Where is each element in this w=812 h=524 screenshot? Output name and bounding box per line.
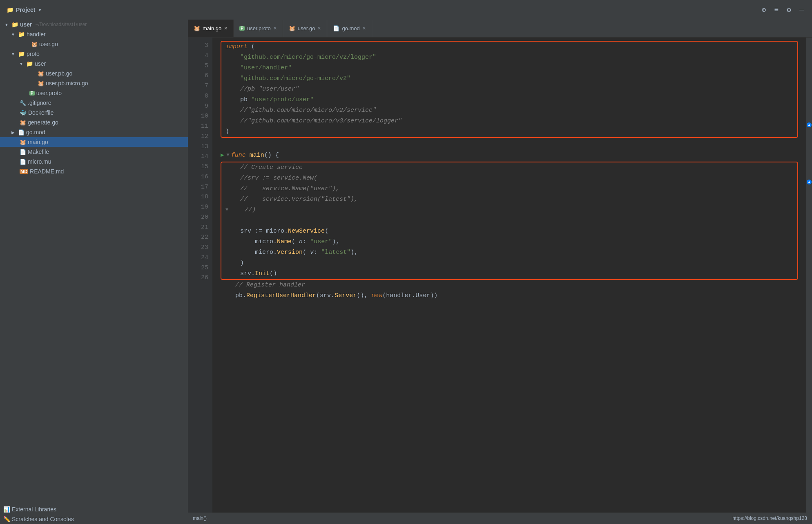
project-label: Project [16, 7, 35, 13]
top-bar-icons: ⊕ ≡ ⚙ — [762, 5, 812, 14]
sidebar-item-userpbmicro[interactable]: 🐹 user.pb.micro.go [0, 78, 188, 88]
spacer7 [11, 139, 18, 145]
git-icon: 🔧 [20, 100, 26, 106]
sidebar-item-gitignore[interactable]: 🔧 .gitignore [0, 98, 188, 108]
usergo-tab-close[interactable]: ✕ [317, 26, 321, 31]
dockerfile-label: Dockerfile [28, 109, 54, 116]
go-file-icon2: 🐹 [38, 71, 44, 77]
external-libraries-label: External Libraries [12, 506, 56, 513]
scratches-icon: ✏️ [3, 516, 10, 522]
sidebar-item-maingo[interactable]: 🐹 main.go [0, 137, 188, 147]
code-line-7: //pb "user/user" [225, 84, 793, 95]
folder-icon: 📁 [18, 51, 25, 57]
code-line-9: //"github.com/micro/micro/v2/service" [225, 105, 793, 116]
root-label: user [20, 21, 32, 28]
code-line-22: micro.Version( v: "latest"), [225, 247, 793, 258]
folder-icon: 📁 [18, 31, 25, 38]
gitignore-label: .gitignore [28, 100, 51, 106]
go-file-icon4: 🐹 [20, 120, 26, 126]
code-line-19 [225, 215, 793, 226]
sidebar-item-gomod[interactable]: ▶ 📄 go.mod [0, 127, 188, 137]
go-file-icon: 🐹 [31, 41, 38, 47]
minimize-icon[interactable]: — [799, 6, 804, 14]
code-line-4: "github.com/micro/go-micro/v2/logger" [225, 52, 793, 63]
code-line-12 [221, 140, 798, 150]
userpbgo-label: user.pb.go [46, 70, 72, 77]
sidebar-item-generatego[interactable]: 🐹 generate.go [0, 118, 188, 127]
code-line-10: //"github.com/micro/micro/v3/service/log… [225, 116, 793, 127]
folder-icon: 📁 [11, 21, 18, 28]
scroll-badge-1[interactable]: i [807, 122, 812, 127]
sidebar-item-readme[interactable]: MD README.md [0, 167, 188, 176]
globe-icon[interactable]: ⊕ [762, 5, 766, 14]
project-title: 📁 Project ▼ [0, 7, 188, 13]
sidebar-item-external-libraries[interactable]: 📊 External Libraries [0, 504, 188, 514]
userproto-label: user.proto [36, 90, 62, 96]
readme-label: README.md [30, 168, 64, 175]
sidebar-item-handler[interactable]: ▼ 📁 handler [0, 29, 188, 39]
filter-icon[interactable]: ≡ [774, 6, 779, 14]
proto-user-arrow: ▼ [18, 60, 25, 67]
userproto-tab-close[interactable]: ✕ [273, 26, 277, 31]
gomod-arrow: ▶ [10, 129, 16, 135]
handler-label: handler [27, 31, 46, 38]
settings-icon[interactable]: ⚙ [787, 5, 791, 14]
spacer6 [11, 119, 18, 126]
spacer [29, 70, 36, 77]
code-line-6: "github.com/micro/go-micro/v2" [225, 73, 793, 84]
code-line-16: // service.Name("user"), [225, 184, 793, 194]
sidebar-item-dockerfile[interactable]: 🐳 Dockerfile [0, 108, 188, 118]
top-bar: 📁 Project ▼ ⊕ ≡ ⚙ — [0, 0, 812, 20]
sidebar-item-makefile[interactable]: 📄 Makefile [0, 147, 188, 157]
spacer4 [11, 100, 18, 106]
sidebar-item-proto-user[interactable]: ▼ 📁 user [0, 59, 188, 69]
sidebar-item-userpbgo[interactable]: 🐹 user.pb.go [0, 69, 188, 78]
sidebar-item-proto[interactable]: ▼ 📁 proto [0, 49, 188, 59]
spacer9 [11, 158, 18, 165]
tab-maingo[interactable]: 🐹 main.go ✕ [188, 20, 234, 37]
gomod-tab-icon: 📄 [333, 25, 339, 31]
proto-arrow: ▼ [10, 51, 16, 57]
userproto-tab-label: user.proto [247, 25, 271, 31]
status-left: main() [193, 515, 207, 521]
docker-icon: 🐳 [20, 109, 27, 116]
scrollbar-track: i i [806, 38, 812, 513]
sidebar-item-usergo[interactable]: 🐹 user.go [0, 39, 188, 49]
code-line-23: ) [225, 258, 793, 269]
userpbmicro-label: user.pb.micro.go [46, 80, 88, 87]
maingo-tab-icon: 🐹 [194, 25, 200, 31]
md-icon: MD [20, 169, 28, 174]
sidebar-item-userproto[interactable]: P user.proto [0, 88, 188, 98]
status-bar: main() https://blog.csdn.net/kuangshp128 [188, 513, 812, 524]
spacer3 [21, 90, 28, 96]
code-editor[interactable]: import ( "github.com/micro/go-micro/v2/l… [212, 38, 806, 513]
sidebar-item-scratches[interactable]: ✏️ Scratches and Consoles [0, 514, 188, 524]
editor-area: 🐹 main.go ✕ P user.proto ✕ 🐹 user.go ✕ 📄… [188, 20, 812, 524]
go-file-icon3: 🐹 [38, 80, 44, 87]
code-line-15: //srv := service.New( [225, 173, 793, 184]
sidebar-root[interactable]: ▼ 📁 user ~/Downloads/test1/user [0, 20, 188, 29]
code-line-17: // service.Version("latest"), [225, 194, 793, 205]
proto-label: proto [27, 51, 40, 57]
gomod-label: go.mod [26, 129, 45, 135]
import-block: import ( "github.com/micro/go-micro/v2/l… [221, 41, 798, 138]
project-icon: 📁 [7, 7, 13, 13]
sidebar: ▼ 📁 user ~/Downloads/test1/user ▼ 📁 hand… [0, 20, 188, 524]
sidebar-item-micromu[interactable]: 📄 micro.mu [0, 157, 188, 167]
maingo-tab-label: main.go [203, 25, 221, 31]
handler-arrow: ▼ [10, 31, 16, 38]
tab-userproto[interactable]: P user.proto ✕ [234, 20, 283, 37]
func-block: // Create service //srv := service.New( … [221, 162, 798, 280]
project-chevron: ▼ [38, 8, 42, 12]
tab-gomod[interactable]: 📄 go.mod ✕ [327, 20, 372, 37]
maingo-tab-close[interactable]: ✕ [224, 26, 228, 31]
root-arrow: ▼ [3, 21, 10, 28]
spacer2 [29, 80, 36, 87]
usergo-tab-label: user.go [298, 25, 315, 31]
run-arrow[interactable]: ▶ [221, 151, 224, 160]
scroll-badge-2[interactable]: i [807, 180, 812, 184]
scratches-label: Scratches and Consoles [12, 516, 74, 522]
tab-usergo[interactable]: 🐹 user.go ✕ [283, 20, 328, 37]
gomod-tab-close[interactable]: ✕ [362, 26, 366, 31]
main-layout: ▼ 📁 user ~/Downloads/test1/user ▼ 📁 hand… [0, 20, 812, 524]
